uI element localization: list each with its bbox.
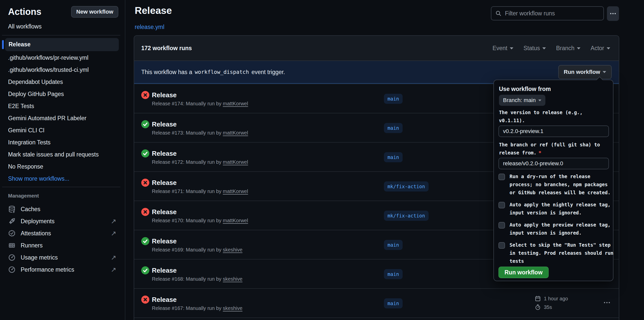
sidebar-item-workflow[interactable]: Integration Tests — [0, 136, 125, 148]
sidebar-item-all-workflows[interactable]: All workflows — [8, 23, 42, 30]
version-input[interactable] — [498, 125, 609, 137]
sidebar-item-workflow[interactable]: No Response — [0, 161, 125, 173]
sidebar-item-label: Caches — [21, 206, 40, 213]
stopwatch-icon — [535, 304, 541, 310]
branch-badge[interactable]: main — [384, 94, 403, 104]
branch-badge[interactable]: main — [384, 269, 403, 279]
banner-code: workflow_dispatch — [195, 69, 249, 75]
gauge-icon — [8, 254, 16, 261]
actor-link[interactable]: skeshive — [223, 305, 242, 311]
panel-caret — [596, 76, 603, 80]
branch-badge[interactable]: main — [384, 123, 403, 133]
run-description: Release #172: Manually run by mattKorwel — [152, 159, 248, 165]
checkbox-label: Select to skip the "Run Tests" step in t… — [510, 241, 609, 265]
dry-run-checkbox-group: Run a dry-run of the release process; no… — [498, 172, 609, 197]
filter-branch-dropdown[interactable]: Branch — [556, 45, 580, 52]
actor-link[interactable]: mattKorwel — [223, 101, 248, 106]
sidebar-item-workflow[interactable]: E2E Tests — [0, 100, 125, 112]
sidebar-item-workflow[interactable]: Gemini Automated PR Labeler — [0, 112, 125, 124]
sidebar-item-workflow[interactable]: Mark stale issues and pull requests — [0, 148, 125, 161]
external-link-icon: ↗ — [111, 217, 116, 225]
sidebar-item-workflow[interactable]: .github/workflows/trusted-ci.yml — [0, 64, 125, 76]
workflow-options-kebab-button[interactable] — [607, 6, 619, 21]
filter-workflow-runs-input[interactable] — [505, 10, 599, 17]
ref-input[interactable] — [498, 158, 609, 169]
branch-badge[interactable]: main — [384, 152, 403, 162]
chevron-down-icon — [607, 47, 610, 49]
nightly-tag-checkbox[interactable] — [498, 202, 505, 208]
database-icon — [8, 205, 16, 213]
run-title-link[interactable]: Release — [152, 237, 177, 245]
run-options-kebab-button[interactable] — [600, 299, 614, 307]
skip-tests-checkbox[interactable] — [498, 242, 505, 249]
sidebar-item-workflow[interactable]: Gemini CLI CI — [0, 124, 125, 136]
sidebar-item-workflow[interactable]: .github/workflows/pr-review.yml — [0, 52, 125, 64]
x-circle-icon — [141, 91, 149, 99]
sidebar-item-caches[interactable]: Caches — [0, 203, 125, 215]
rocket-icon — [8, 217, 16, 225]
sidebar-item-workflow[interactable]: Dependabot Updates — [0, 76, 125, 88]
check-circle-icon — [141, 266, 149, 274]
run-description: Release #167: Manually run by skeshive — [152, 305, 242, 311]
external-link-icon: ↗ — [111, 254, 116, 262]
actor-link[interactable]: skeshive — [223, 276, 242, 282]
actor-link[interactable]: mattKorwel — [223, 130, 248, 136]
run-workflow-submit-button[interactable]: Run workflow — [498, 267, 549, 278]
run-title-link[interactable]: Release — [152, 120, 177, 128]
preview-tag-checkbox-group: Auto apply the preview release tag, inpu… — [498, 221, 609, 237]
sidebar-item-deployments[interactable]: Deployments ↗ — [0, 215, 125, 227]
gauge-icon — [8, 266, 16, 273]
branch-badge[interactable]: mk/fix-action — [384, 211, 429, 221]
check-circle-icon — [141, 149, 149, 157]
sidebar-item-usage-metrics[interactable]: Usage metrics ↗ — [0, 251, 125, 264]
show-more-workflows-link[interactable]: Show more workflows... — [0, 173, 125, 185]
management-section-title: Management — [8, 193, 39, 199]
required-asterisk: * — [539, 150, 541, 155]
checkbox-label: Run a dry-run of the release process; no… — [510, 172, 609, 197]
run-workflow-dispatch-panel: Use workflow from Branch: main The versi… — [493, 80, 613, 281]
external-link-icon: ↗ — [111, 230, 116, 237]
run-workflow-dropdown-button[interactable]: Run workflow — [558, 65, 612, 79]
filter-actor-dropdown[interactable]: Actor — [591, 45, 610, 52]
search-icon — [495, 10, 501, 17]
filter-workflow-runs-box[interactable] — [491, 6, 604, 20]
sidebar-item-release-selected[interactable]: Release — [5, 38, 119, 51]
run-title-link[interactable]: Release — [152, 267, 177, 274]
selected-accent-bar — [2, 40, 4, 49]
run-title-link[interactable]: Release — [152, 150, 177, 157]
run-status-icon — [141, 266, 149, 274]
banner-text: This workflow has a — [141, 69, 192, 76]
actor-link[interactable]: mattKorwel — [223, 218, 248, 223]
workflow-file-link[interactable]: release.yml — [135, 24, 164, 30]
run-duration: 35s — [544, 304, 552, 310]
run-title-link[interactable]: Release — [152, 179, 177, 187]
branch-select-button[interactable]: Branch: main — [499, 95, 545, 106]
sidebar-item-performance-metrics[interactable]: Performance metrics ↗ — [0, 264, 125, 276]
dry-run-checkbox[interactable] — [498, 174, 505, 180]
actor-link[interactable]: skeshive — [223, 247, 242, 252]
preview-tag-checkbox[interactable] — [498, 222, 505, 229]
branch-badge[interactable]: main — [384, 298, 403, 308]
chevron-down-icon — [510, 47, 513, 49]
filter-event-dropdown[interactable]: Event — [492, 45, 513, 52]
branch-badge[interactable]: mk/fix-action — [384, 181, 429, 191]
sidebar-item-runners[interactable]: Runners — [0, 239, 125, 251]
actor-link[interactable]: mattKorwel — [223, 159, 248, 165]
sidebar-title: Actions — [8, 7, 41, 17]
sidebar-item-label: Runners — [21, 242, 43, 249]
actions-sidebar: Actions New workflow All workflows Relea… — [0, 0, 125, 320]
run-title-link[interactable]: Release — [152, 296, 177, 304]
new-workflow-button[interactable]: New workflow — [71, 6, 118, 18]
banner-text: event trigger. — [251, 69, 285, 76]
run-title-link[interactable]: Release — [152, 91, 177, 99]
run-description: Release #170: Manually run by mattKorwel — [152, 218, 248, 223]
skip-tests-checkbox-group: Select to skip the "Run Tests" step in t… — [498, 241, 609, 265]
sidebar-item-attestations[interactable]: Attestations ↗ — [0, 227, 125, 239]
sidebar-item-label: Performance metrics — [21, 266, 74, 273]
branch-badge[interactable]: main — [384, 240, 403, 250]
sidebar-item-workflow[interactable]: Deploy GitHub Pages — [0, 88, 125, 100]
run-title-link[interactable]: Release — [152, 208, 177, 216]
use-workflow-from-label: Use workflow from — [499, 86, 551, 92]
actor-link[interactable]: mattKorwel — [223, 188, 248, 194]
filter-status-dropdown[interactable]: Status — [523, 45, 546, 52]
